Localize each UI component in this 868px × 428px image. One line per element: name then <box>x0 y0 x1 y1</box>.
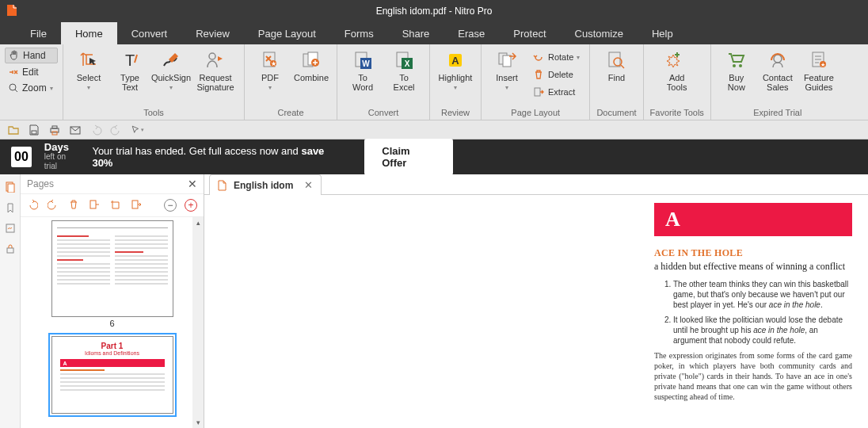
headset-icon <box>767 49 789 71</box>
select-button[interactable]: Select▾ <box>70 48 108 91</box>
claim-offer-button[interactable]: Claim Offer <box>364 139 453 175</box>
menu-review[interactable]: Review <box>181 22 244 44</box>
ribbon-quick-tools: Hand Edit Zoom ▾ <box>0 44 63 120</box>
days-count: 00 <box>11 147 32 167</box>
idiom-title: ACE IN THE HOLE <box>654 247 852 259</box>
edit-label: Edit <box>22 67 39 78</box>
combine-button[interactable]: Combine <box>292 48 330 82</box>
page-content: A ACE IN THE HOLE a hidden but effective… <box>654 203 852 402</box>
hand-tool[interactable]: Hand <box>5 48 58 63</box>
group-review: AHighlight▾ Review <box>430 44 482 120</box>
thumbnail-number-6: 6 <box>21 319 204 328</box>
rotate-right-icon[interactable] <box>48 199 60 212</box>
bookmarks-panel-icon[interactable] <box>4 201 17 214</box>
rotate-icon <box>532 51 545 63</box>
page-thumbnail-7[interactable]: Part 1 Idioms and Definitions A <box>51 336 173 414</box>
document-view[interactable]: A ACE IN THE HOLE a hidden but effective… <box>204 195 868 428</box>
menu-erase[interactable]: Erase <box>444 22 499 44</box>
svg-point-2 <box>209 53 215 59</box>
crop-page-icon[interactable] <box>109 199 122 212</box>
group-document: Find Document <box>590 44 643 120</box>
redo-icon <box>109 123 124 137</box>
quicksign-button[interactable]: QuickSign▾ <box>152 48 190 91</box>
pages-panel-close-icon[interactable]: ✕ <box>188 178 197 190</box>
email-icon[interactable] <box>68 123 82 137</box>
svg-text:X: X <box>405 59 410 68</box>
pdf-tab-icon <box>216 180 227 191</box>
thumbnail-scrollbar[interactable]: ▴ ▾ <box>192 217 204 428</box>
excel-icon: X <box>393 49 415 71</box>
zoom-out-icon[interactable]: − <box>164 199 177 212</box>
menu-convert[interactable]: Convert <box>117 22 182 44</box>
document-tab[interactable]: English idom ✕ <box>209 174 322 195</box>
request-signature-button[interactable]: Request Signature <box>193 48 238 92</box>
find-button[interactable]: Find <box>597 48 635 82</box>
group-page-layout: Insert▾ Rotate ▾ Delete Extract Page Lay… <box>482 44 590 120</box>
menu-share[interactable]: Share <box>388 22 444 44</box>
cursor-options-icon[interactable]: ▾ <box>130 123 144 137</box>
print-icon[interactable] <box>48 123 62 137</box>
svg-text:★: ★ <box>271 60 276 67</box>
extract-icon <box>532 86 545 98</box>
insert-button[interactable]: Insert▾ <box>488 48 526 91</box>
workspace: Pages ✕ − + 6 Part 1 Idioms and Definiti… <box>0 174 868 428</box>
quick-access-toolbar: ▾ <box>0 120 868 139</box>
example-2: It looked like the politician would lose… <box>673 315 852 346</box>
document-tabs: English idom ✕ <box>204 174 868 195</box>
svg-text:A: A <box>451 55 459 67</box>
window-title: English idom.pdf - Nitro Pro <box>376 6 493 17</box>
menu-file[interactable]: File <box>16 22 61 44</box>
insert-page-icon[interactable] <box>130 199 143 212</box>
pages-panel: Pages ✕ − + 6 Part 1 Idioms and Definiti… <box>21 174 204 428</box>
document-tab-label: English idom <box>234 180 293 191</box>
menu-help[interactable]: Help <box>638 22 687 44</box>
page-thumbnail-6[interactable] <box>51 220 173 317</box>
contact-sales-button[interactable]: Contact Sales <box>759 48 797 92</box>
save-icon[interactable] <box>27 123 41 137</box>
type-text-button[interactable]: TType Text <box>111 48 149 92</box>
signatures-panel-icon[interactable] <box>4 222 17 235</box>
scroll-down-icon[interactable]: ▾ <box>192 417 204 428</box>
extract-page-icon[interactable] <box>89 199 101 212</box>
svg-rect-18 <box>503 55 511 67</box>
highlight-button[interactable]: AHighlight▾ <box>436 48 474 91</box>
ribbon: Hand Edit Zoom ▾ Select▾ TType Text Quic… <box>0 44 868 120</box>
section-letter: A <box>654 203 852 236</box>
delete-page-icon[interactable] <box>68 199 81 212</box>
svg-rect-38 <box>132 201 138 208</box>
menu-customize[interactable]: Customize <box>561 22 638 44</box>
zoom-in-icon[interactable]: + <box>185 199 197 212</box>
svg-point-0 <box>10 84 16 90</box>
edit-tool[interactable]: Edit <box>5 65 58 79</box>
buy-now-button[interactable]: Buy Now <box>718 48 756 92</box>
svg-text:T: T <box>125 52 135 69</box>
scroll-up-icon[interactable]: ▴ <box>192 217 204 228</box>
svg-rect-19 <box>535 88 540 96</box>
rotate-button[interactable]: Rotate ▾ <box>529 49 583 65</box>
svg-point-24 <box>774 55 782 63</box>
to-excel-button[interactable]: XTo Excel <box>385 48 423 92</box>
svg-rect-30 <box>52 126 57 128</box>
security-panel-icon[interactable] <box>4 243 17 255</box>
group-convert: WTo Word XTo Excel Convert <box>337 44 430 120</box>
quicksign-icon <box>160 49 182 71</box>
tab-close-icon[interactable]: ✕ <box>304 179 313 191</box>
to-word-button[interactable]: WTo Word <box>344 48 382 92</box>
add-tools-button[interactable]: Add Tools <box>658 48 696 92</box>
menu-forms[interactable]: Forms <box>330 22 388 44</box>
title-bar: English idom.pdf - Nitro Pro <box>0 0 868 22</box>
rotate-left-icon[interactable] <box>27 199 40 212</box>
feature-guides-button[interactable]: ★Feature Guides <box>800 48 838 92</box>
menu-page-layout[interactable]: Page Layout <box>244 22 330 44</box>
menu-home[interactable]: Home <box>61 22 117 44</box>
pages-panel-title: Pages <box>27 178 54 189</box>
menu-protect[interactable]: Protect <box>499 22 560 44</box>
extract-button[interactable]: Extract <box>529 84 583 100</box>
trial-message: Your trial has ended. Get full access no… <box>92 145 339 169</box>
delete-button[interactable]: Delete <box>529 67 583 82</box>
request-signature-icon <box>204 49 227 71</box>
pdf-button[interactable]: ★PDF▾ <box>251 48 289 91</box>
open-icon[interactable] <box>6 123 21 137</box>
zoom-tool[interactable]: Zoom ▾ <box>5 81 58 95</box>
pages-panel-icon[interactable] <box>4 181 17 193</box>
